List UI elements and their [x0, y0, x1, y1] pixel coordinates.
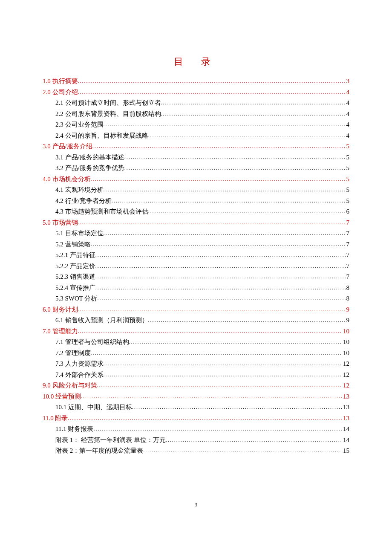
toc-entry: 1.0 执行摘要 3 [43, 76, 349, 87]
toc-entry-label[interactable]: 9.0 风险分析与对策 [43, 380, 97, 391]
toc-entry-page[interactable]: 3 [346, 76, 350, 87]
toc-entry-page[interactable]: 5 [346, 141, 350, 152]
toc-entry: 5.2.2 产品定价 7 [43, 261, 349, 272]
toc-entry-label[interactable]: 10.1 近期、中期、远期目标 [55, 402, 132, 413]
toc-entry: 3.1 产品/服务的基本描述 5 [43, 152, 349, 163]
toc-leader-dots [92, 141, 346, 152]
toc-entry: 6.1 销售收入预测（月利润预测） 9 [43, 315, 349, 326]
toc-entry-label[interactable]: 4.1 宏观环境分析 [55, 185, 104, 195]
toc-entry-page[interactable]: 4 [346, 130, 350, 141]
toc-entry-page[interactable]: 14 [342, 435, 349, 445]
toc-entry-page[interactable]: 9 [346, 315, 350, 326]
toc-entry-page[interactable]: 7 [346, 217, 350, 228]
toc-leader-dots [68, 413, 342, 424]
toc-entry-label[interactable]: 5.2.2 产品定价 [55, 261, 95, 272]
toc-entry: 5.2.4 宣传推广 8 [43, 283, 349, 294]
toc-entry-label[interactable]: 5.2.3 销售渠道 [55, 272, 95, 282]
toc-entry-page[interactable]: 4 [346, 87, 350, 98]
toc-entry-page[interactable]: 4 [346, 109, 350, 119]
toc-leader-dots [95, 261, 346, 272]
toc-entry: 4.3 市场趋势预测和市场机会评估 6 [43, 206, 349, 217]
toc-leader-dots [104, 185, 346, 195]
toc-leader-dots [91, 239, 346, 250]
toc-entry-label[interactable]: 7.0 管理能力 [43, 326, 78, 337]
toc-entry-label[interactable]: 6.0 财务计划 [43, 304, 78, 315]
toc-entry-label[interactable]: 5.2 营销策略 [55, 239, 91, 250]
toc-entry: 3.0 产品/服务介绍 5 [43, 141, 349, 152]
toc-entry-page[interactable]: 12 [342, 358, 349, 369]
toc-title: 目 录 [43, 55, 349, 68]
toc-entry-label[interactable]: 5.3 SWOT 分析 [55, 293, 97, 304]
toc-entry-page[interactable]: 14 [342, 424, 349, 434]
toc-entry-label[interactable]: 7.4 外部合作关系 [55, 370, 104, 380]
toc-entry: 7.1 管理者与公司组织结构 10 [43, 337, 349, 348]
toc-leader-dots [112, 196, 346, 206]
table-of-contents: 1.0 执行摘要 32.0 公司介绍 42.1 公司预计成立时间、形式与创立者 … [43, 76, 349, 457]
toc-entry-label[interactable]: 2.2 公司股东背景资料、目前股权结构 [55, 109, 161, 119]
toc-entry-page[interactable]: 5 [346, 163, 350, 173]
toc-entry-label[interactable]: 4.2 行业/竞争者分析 [55, 196, 112, 206]
toc-entry-page[interactable]: 8 [346, 283, 350, 293]
toc-entry-label[interactable]: 7.1 管理者与公司组织结构 [55, 337, 129, 347]
toc-entry-page[interactable]: 10 [342, 348, 349, 358]
toc-entry-page[interactable]: 7 [346, 239, 350, 250]
toc-entry-label[interactable]: 7.3 人力资源需求 [55, 358, 104, 369]
toc-leader-dots [91, 174, 346, 185]
toc-entry-page[interactable]: 15 [342, 445, 349, 456]
toc-entry-label[interactable]: 5.1 目标市场定位 [55, 228, 104, 239]
toc-entry-label[interactable]: 5.2.1 产品特征 [55, 250, 95, 260]
toc-entry-page[interactable]: 7 [346, 272, 350, 282]
toc-entry-page[interactable]: 4 [346, 98, 350, 108]
toc-entry-page[interactable]: 8 [346, 293, 350, 304]
toc-entry: 7.2 管理制度 10 [43, 348, 349, 359]
toc-entry-label[interactable]: 3.0 产品/服务介绍 [43, 141, 92, 152]
toc-entry-page[interactable]: 7 [346, 261, 350, 272]
toc-leader-dots [93, 424, 342, 434]
toc-entry-label[interactable]: 1.0 执行摘要 [43, 76, 78, 87]
toc-entry-label[interactable]: 10.0 经营预测 [43, 391, 81, 402]
toc-entry: 5.2.1 产品特征 7 [43, 250, 349, 261]
toc-entry-page[interactable]: 13 [342, 391, 349, 402]
toc-entry-page[interactable]: 7 [346, 228, 350, 239]
toc-entry-label[interactable]: 4.3 市场趋势预测和市场机会评估 [55, 206, 148, 217]
toc-entry-label[interactable]: 2.1 公司预计成立时间、形式与创立者 [55, 98, 161, 108]
toc-entry-label[interactable]: 附表 1： 经营第一年利润表 单位：万元 [55, 435, 166, 445]
toc-entry-label[interactable]: 2.3 公司业务范围 [55, 119, 104, 130]
toc-entry-page[interactable]: 5 [346, 185, 350, 195]
toc-entry-page[interactable]: 13 [342, 413, 349, 424]
toc-entry-page[interactable]: 5 [346, 196, 350, 206]
toc-entry-page[interactable]: 12 [342, 370, 349, 380]
toc-leader-dots [95, 250, 346, 260]
toc-entry-page[interactable]: 10 [342, 326, 349, 337]
toc-entry-label[interactable]: 3.1 产品/服务的基本描述 [55, 152, 124, 163]
toc-entry-label[interactable]: 11.0 附录 [43, 413, 68, 424]
toc-entry-label[interactable]: 4.0 市场机会分析 [43, 174, 91, 185]
toc-entry-page[interactable]: 7 [346, 250, 350, 260]
toc-entry-label[interactable]: 2.0 公司介绍 [43, 87, 78, 98]
toc-entry-label[interactable]: 3.2 产品/服务的竞争优势 [55, 163, 124, 173]
toc-entry: 5.3 SWOT 分析 8 [43, 293, 349, 304]
toc-entry-label[interactable]: 5.2.4 宣传推广 [55, 283, 95, 293]
toc-entry-page[interactable]: 5 [346, 174, 350, 185]
toc-entry-page[interactable]: 9 [346, 304, 350, 315]
toc-entry-page[interactable]: 13 [342, 402, 349, 413]
toc-entry-page[interactable]: 10 [342, 337, 349, 347]
toc-entry-page[interactable]: 6 [346, 206, 350, 217]
toc-entry-page[interactable]: 5 [346, 152, 350, 163]
toc-entry-label[interactable]: 6.1 销售收入预测（月利润预测） [55, 315, 148, 326]
toc-leader-dots [129, 337, 343, 347]
toc-entry: 附表 2：第一年度的现金流量表 15 [43, 445, 349, 457]
toc-leader-dots [97, 380, 343, 391]
toc-entry: 9.0 风险分析与对策 12 [43, 380, 349, 391]
toc-leader-dots [104, 119, 346, 130]
toc-entry-page[interactable]: 4 [346, 119, 350, 130]
toc-entry: 4.0 市场机会分析 5 [43, 174, 349, 185]
toc-leader-dots [78, 76, 346, 87]
toc-entry-label[interactable]: 11.1 财务报表 [55, 424, 93, 434]
toc-leader-dots [95, 283, 346, 293]
toc-entry-page[interactable]: 12 [342, 380, 349, 391]
toc-entry-label[interactable]: 附表 2：第一年度的现金流量表 [55, 445, 143, 456]
toc-entry-label[interactable]: 7.2 管理制度 [55, 348, 91, 358]
toc-entry-label[interactable]: 5.0 市场营销 [43, 217, 78, 228]
toc-entry-label[interactable]: 2.4 公司的宗旨、目标和发展战略 [55, 130, 148, 141]
